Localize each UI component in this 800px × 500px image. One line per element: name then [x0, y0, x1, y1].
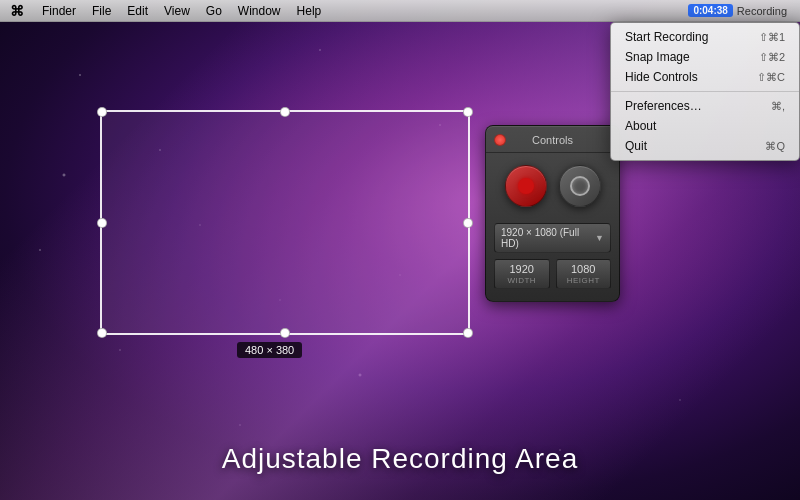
recording-selection-area[interactable]	[100, 110, 470, 335]
hide-controls-shortcut: ⇧⌘C	[757, 71, 785, 84]
handle-top-center[interactable]	[280, 107, 290, 117]
about-label: About	[625, 119, 656, 133]
hide-controls-label: Hide Controls	[625, 70, 698, 84]
handle-middle-right[interactable]	[463, 218, 473, 228]
controls-title: Controls	[511, 134, 594, 146]
handle-bottom-right[interactable]	[463, 328, 473, 338]
height-label: HEIGHT	[561, 276, 607, 285]
quit-label: Quit	[625, 139, 647, 153]
preferences-item[interactable]: Preferences… ⌘,	[611, 96, 799, 116]
handle-top-left[interactable]	[97, 107, 107, 117]
size-label: 480 × 380	[237, 342, 302, 358]
desktop: ⌘ Finder File Edit View Go Window Help 0…	[0, 0, 800, 500]
resolution-text: 1920 × 1080 (Full HD)	[501, 227, 595, 249]
file-menu[interactable]: File	[84, 0, 119, 22]
dimensions-row: 1920 WIDTH 1080 HEIGHT	[486, 259, 619, 289]
about-item[interactable]: About	[611, 116, 799, 136]
snap-image-shortcut: ⇧⌘2	[759, 51, 785, 64]
hide-controls-item[interactable]: Hide Controls ⇧⌘C	[611, 67, 799, 87]
quit-item[interactable]: Quit ⌘Q	[611, 136, 799, 156]
apple-menu-icon[interactable]: ⌘	[0, 3, 34, 19]
handle-middle-left[interactable]	[97, 218, 107, 228]
controls-buttons	[486, 153, 619, 217]
timer-badge: 0:04:38	[688, 4, 732, 17]
view-menu[interactable]: View	[156, 0, 198, 22]
height-value: 1080	[561, 263, 607, 275]
app-dropdown-menu: Start Recording ⇧⌘1 Snap Image ⇧⌘2 Hide …	[610, 22, 800, 161]
controls-close-button[interactable]	[494, 134, 506, 146]
start-recording-item[interactable]: Start Recording ⇧⌘1	[611, 27, 799, 47]
menubar-right: 0:04:38 Recording	[688, 4, 800, 17]
handle-bottom-center[interactable]	[280, 328, 290, 338]
snap-image-label: Snap Image	[625, 50, 690, 64]
handle-top-right[interactable]	[463, 107, 473, 117]
controls-panel: Controls 1920 × 1080 (Full HD) ▼ 1920 WI…	[485, 125, 620, 302]
resolution-dropdown[interactable]: 1920 × 1080 (Full HD) ▼	[494, 223, 611, 253]
handle-bottom-left[interactable]	[97, 328, 107, 338]
record-button[interactable]	[505, 165, 547, 207]
resolution-arrow-icon: ▼	[595, 233, 604, 243]
menubar: ⌘ Finder File Edit View Go Window Help 0…	[0, 0, 800, 22]
window-menu[interactable]: Window	[230, 0, 289, 22]
preferences-shortcut: ⌘,	[771, 100, 785, 113]
help-menu[interactable]: Help	[289, 0, 330, 22]
width-value: 1920	[499, 263, 545, 275]
width-box: 1920 WIDTH	[494, 259, 550, 289]
edit-menu[interactable]: Edit	[119, 0, 156, 22]
snapshot-button[interactable]	[559, 165, 601, 207]
bottom-title: Adjustable Recording Area	[0, 443, 800, 475]
go-menu[interactable]: Go	[198, 0, 230, 22]
width-label: WIDTH	[499, 276, 545, 285]
snap-image-item[interactable]: Snap Image ⇧⌘2	[611, 47, 799, 67]
preferences-label: Preferences…	[625, 99, 702, 113]
start-recording-shortcut: ⇧⌘1	[759, 31, 785, 44]
recording-status: Recording	[737, 5, 787, 17]
controls-title-bar: Controls	[486, 134, 619, 153]
start-recording-label: Start Recording	[625, 30, 708, 44]
finder-menu[interactable]: Finder	[34, 0, 84, 22]
height-box: 1080 HEIGHT	[556, 259, 612, 289]
separator-1	[611, 91, 799, 92]
quit-shortcut: ⌘Q	[765, 140, 785, 153]
